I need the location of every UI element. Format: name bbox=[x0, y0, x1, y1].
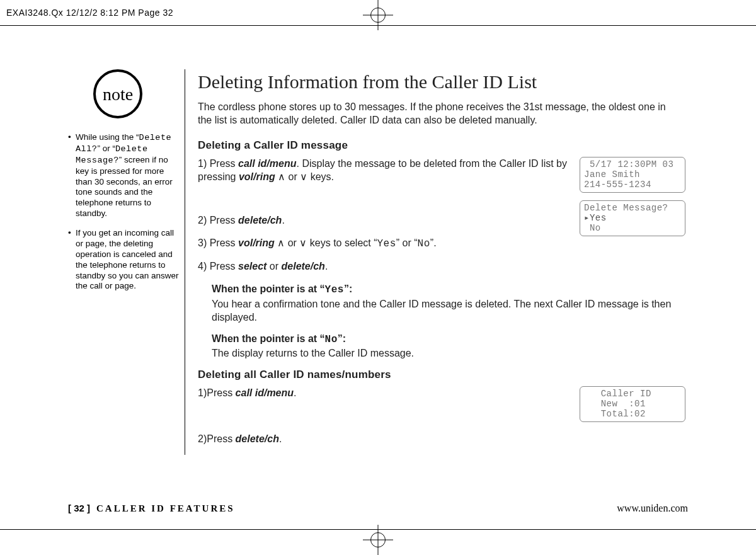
step-row: 4) Press select or delete/ch. bbox=[198, 260, 689, 273]
note-bullet: • While using the “Delete All?” or “Dele… bbox=[68, 132, 180, 219]
page-footer: [ 32 ] CALLER ID FEATURES www.uniden.com bbox=[68, 503, 688, 514]
page-title: Deleting Information from the Caller ID … bbox=[198, 69, 689, 95]
main-column: Deleting Information from the Caller ID … bbox=[185, 69, 689, 455]
section-label: CALLER ID FEATURES bbox=[96, 503, 235, 514]
section-heading: Deleting all Caller ID names/numbers bbox=[198, 368, 689, 382]
page-number: [ 32 ] bbox=[68, 503, 90, 513]
step-row: 1) Press call id/menu. Display the messa… bbox=[198, 157, 689, 244]
lcd-delete-message: Delete Message? ▸Yes No bbox=[580, 200, 685, 236]
intro-text: The cordless phone stores up to 30 messa… bbox=[198, 100, 677, 127]
step-row: 2)Press delete/ch. bbox=[198, 432, 689, 446]
section-heading: Deleting a Caller ID message bbox=[198, 139, 689, 153]
step-row: 1)Press call id/menu. Caller ID New :01 … bbox=[198, 386, 689, 430]
print-header: EXAI3248.Qx 12/12/2 8:12 PM Page 32 bbox=[6, 8, 173, 18]
note-sidebar: note • While using the “Delete All?” or … bbox=[68, 69, 185, 455]
lcd-caller-id-summary: Caller ID New :01 Total:02 bbox=[580, 386, 685, 422]
footer-url: www.uniden.com bbox=[617, 503, 688, 514]
result-no: When the pointer is at “No”: The display… bbox=[212, 332, 672, 360]
page-content: note • While using the “Delete All?” or … bbox=[68, 69, 689, 455]
note-badge: note bbox=[93, 69, 142, 118]
result-yes: When the pointer is at “Yes”: You hear a… bbox=[212, 282, 672, 324]
lcd-caller-entry: 5/17 12:30PM 03 Jane Smith 214-555-1234 bbox=[580, 157, 685, 193]
note-bullet: • If you get an incoming call or page, t… bbox=[68, 228, 180, 292]
